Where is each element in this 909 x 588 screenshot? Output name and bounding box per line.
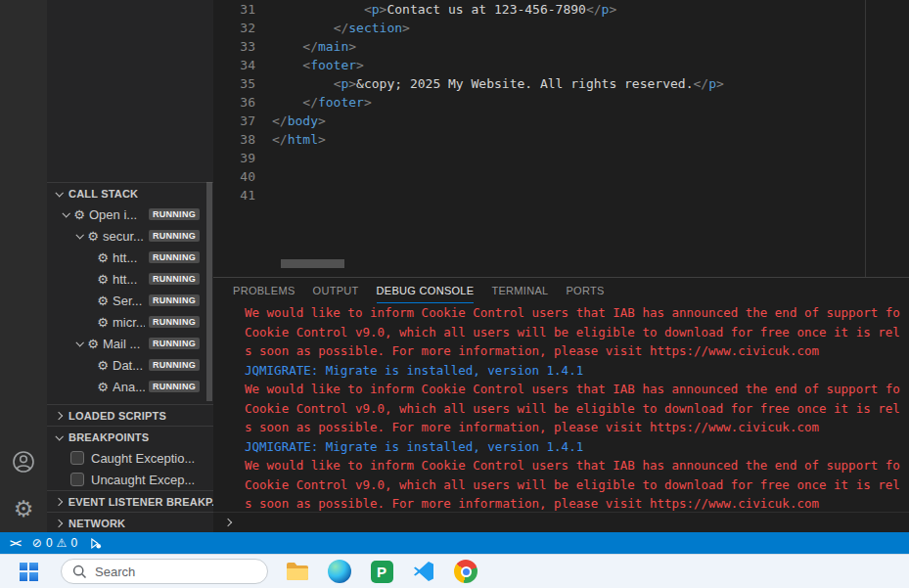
call-stack-item[interactable]: ⚙Open i...RUNNING (47, 204, 213, 225)
code-text: </section> (255, 19, 410, 37)
edge-icon[interactable] (327, 559, 352, 584)
call-stack-item-label: htt... (113, 272, 145, 287)
console-line: We would like to inform Cookie Control u… (213, 456, 909, 475)
code-indent (272, 39, 302, 54)
tab-problems[interactable]: PROBLEMS (233, 278, 295, 303)
section-label: CALL STACK (68, 188, 138, 200)
code-line[interactable]: 32 </section> (213, 19, 909, 37)
line-number[interactable]: 34 (213, 56, 255, 74)
code-line[interactable]: 31 <p>Contact us at 123-456-7890</p> (213, 0, 909, 19)
code-token: Contact us at 123-456-7890 (386, 2, 586, 17)
editor[interactable]: 31 <p>Contact us at 123-456-7890</p>32 <… (213, 0, 909, 277)
section-header-event-listener-breakpoints[interactable]: EVENT LISTENER BREAKP... (47, 490, 213, 512)
call-stack-item[interactable]: ⚙Ana...RUNNING (47, 376, 213, 397)
code-line[interactable]: 36 </footer> (213, 93, 909, 112)
code-line[interactable]: 39 (213, 149, 909, 167)
line-number[interactable]: 31 (213, 0, 255, 19)
session-gear-icon: ⚙ (96, 381, 110, 393)
call-stack-item[interactable]: ⚙htt...RUNNING (47, 268, 213, 290)
section-header-loaded-scripts[interactable]: LOADED SCRIPTS (47, 404, 213, 426)
tab-ports[interactable]: PORTS (566, 278, 604, 303)
console-line: Cookie Control v9.0, which all users wil… (213, 475, 909, 495)
tab-terminal[interactable]: TERMINAL (491, 278, 548, 303)
console-line: We would like to inform Cookie Control u… (213, 303, 909, 323)
desktop: ⚙ CALL STACK ⚙Open i...RUNNING⚙secur...R… (0, 0, 909, 588)
chrome-icon[interactable] (453, 559, 478, 584)
breakpoint-item-uncaught-exceptions[interactable]: Uncaught Excep... (47, 469, 213, 490)
call-stack-item[interactable]: ⚙micr...RUNNING (47, 311, 213, 333)
code-line[interactable]: 33 </main> (213, 37, 909, 56)
code-line[interactable]: 38</html> (213, 130, 909, 149)
checkbox-unchecked[interactable] (70, 473, 84, 486)
chevron-right-icon (55, 519, 63, 526)
code-line[interactable]: 34 <footer> (213, 56, 909, 74)
line-number[interactable]: 33 (213, 37, 255, 56)
line-number[interactable]: 40 (213, 167, 255, 186)
console-input[interactable] (213, 512, 909, 532)
call-stack-item[interactable]: ⚙htt...RUNNING (47, 247, 213, 268)
code-line[interactable]: 35 <p>&copy; 2025 My Website. All rights… (213, 74, 909, 93)
session-gear-icon: ⚙ (86, 230, 100, 243)
line-number[interactable]: 39 (213, 149, 255, 167)
problems-status[interactable]: ⊘ 0 ⚠ 0 (26, 532, 83, 554)
section-header-call-stack[interactable]: CALL STACK (47, 182, 213, 204)
session-gear-icon: ⚙ (86, 338, 100, 350)
call-stack-item[interactable]: ⚙Mail ...RUNNING (47, 333, 213, 354)
chevron-glyph (62, 209, 69, 217)
code-text (255, 186, 272, 204)
search-icon (72, 565, 87, 579)
checkbox-unchecked[interactable] (70, 451, 84, 465)
sidebar-scrollbar[interactable] (206, 182, 212, 401)
section-label: LOADED SCRIPTS (68, 410, 166, 422)
taskbar-search[interactable]: Search (61, 559, 268, 584)
vscode-icon[interactable] (411, 559, 436, 584)
console-line: We would like to inform Cookie Control u… (213, 380, 909, 399)
call-stack-item-label: micr... (113, 315, 145, 330)
call-stack-item-label: Dat... (113, 358, 145, 373)
session-gear-icon: ⚙ (96, 316, 110, 329)
editor-horizontal-scrollbar[interactable] (281, 259, 344, 268)
section-header-breakpoints[interactable]: BREAKPOINTS (47, 426, 213, 447)
section-label: NETWORK (68, 518, 125, 529)
call-stack-item[interactable]: ⚙secur...RUNNING (47, 225, 213, 247)
code-text: <p>&copy; 2025 My Website. All rights re… (255, 74, 724, 93)
code-token: > (402, 21, 410, 35)
remote-indicator[interactable]: >< (4, 532, 26, 554)
breakpoint-item-caught-exceptions[interactable]: Caught Exceptio... (47, 447, 213, 469)
call-stack-item-label: Ana... (113, 380, 145, 394)
file-explorer-icon[interactable] (285, 559, 310, 584)
vscode-window: ⚙ CALL STACK ⚙Open i...RUNNING⚙secur...R… (0, 0, 909, 532)
code-line[interactable]: 41 (213, 186, 909, 204)
line-number[interactable]: 38 (213, 130, 255, 149)
line-number[interactable]: 41 (213, 186, 255, 204)
tab-debug-console[interactable]: DEBUG CONSOLE (377, 278, 475, 303)
call-stack-item-label: Open i... (89, 207, 145, 222)
edge-logo (328, 560, 351, 583)
code-token: > (348, 76, 356, 91)
green-p-app-icon[interactable]: P (369, 559, 394, 584)
accounts-icon[interactable] (10, 448, 37, 475)
line-number[interactable]: 36 (213, 93, 255, 112)
code-token: > (348, 39, 356, 54)
call-stack-item[interactable]: ⚙Ser...RUNNING (47, 290, 213, 311)
settings-gear-icon[interactable]: ⚙ (10, 495, 37, 522)
code-token: > (364, 95, 372, 110)
line-number[interactable]: 32 (213, 19, 255, 37)
debug-status[interactable] (83, 532, 108, 554)
running-badge: RUNNING (149, 251, 200, 263)
chrome-logo (454, 560, 477, 583)
search-label: Search (95, 565, 135, 579)
line-number[interactable]: 37 (213, 112, 255, 130)
code-line[interactable]: 40 (213, 167, 909, 186)
code-token: html (288, 132, 318, 147)
code-indent (272, 58, 302, 72)
tab-output[interactable]: OUTPUT (313, 278, 359, 303)
call-stack-item[interactable]: ⚙Dat...RUNNING (47, 354, 213, 376)
code-indent (272, 95, 302, 110)
section-header-network[interactable]: NETWORK (47, 512, 213, 532)
code-token: </ (302, 95, 318, 110)
line-number[interactable]: 35 (213, 74, 255, 93)
code-line[interactable]: 37</body> (213, 112, 909, 130)
start-button[interactable] (16, 559, 41, 584)
code-token: </ (334, 21, 349, 35)
